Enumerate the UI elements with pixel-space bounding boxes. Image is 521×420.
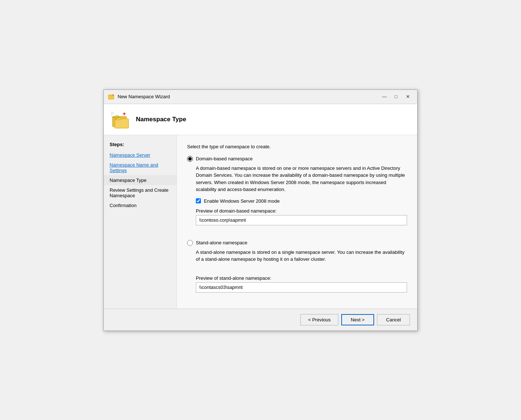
enable-2008-mode-row: Enable Windows Server 2008 mode [196, 198, 407, 204]
standalone-option-group: Stand-alone namespace A stand-alone name… [187, 240, 407, 293]
previous-button[interactable]: < Previous [300, 314, 338, 325]
instruction-text: Select the type of namespace to create. [187, 144, 407, 149]
standalone-spacer [187, 268, 407, 275]
window-title: New Namespace Wizard [118, 94, 170, 99]
title-bar-left: ✦ New Namespace Wizard [108, 93, 170, 100]
sidebar-item-review-settings[interactable]: Review Settings and Create Namespace [104, 185, 176, 201]
title-bar-controls: — □ ✕ [379, 93, 413, 101]
standalone-description: A stand-alone namespace is stored on a s… [196, 249, 407, 263]
sidebar-item-confirmation[interactable]: Confirmation [104, 201, 176, 210]
close-button[interactable]: ✕ [403, 93, 413, 101]
main-content: Select the type of namespace to create. … [177, 135, 417, 309]
page-title: Namespace Type [136, 116, 186, 123]
wizard-icon: ✦ [111, 110, 130, 129]
minimize-button[interactable]: — [379, 93, 389, 101]
domain-option-group: Domain-based namespace A domain-based na… [187, 156, 407, 225]
standalone-radio[interactable] [187, 240, 193, 246]
domain-preview-input [196, 215, 407, 225]
standalone-radio-label[interactable]: Stand-alone namespace [196, 240, 247, 245]
title-bar: ✦ New Namespace Wizard — □ ✕ [104, 90, 417, 104]
sidebar: Steps: Namespace Server Namespace Name a… [104, 135, 177, 309]
domain-radio-row: Domain-based namespace [187, 156, 407, 162]
sidebar-item-namespace-name[interactable]: Namespace Name and Settings [104, 160, 176, 175]
enable-2008-label[interactable]: Enable Windows Server 2008 mode [204, 198, 279, 204]
header-area: ✦ Namespace Type [104, 104, 417, 135]
footer: < Previous Next > Cancel [104, 309, 417, 331]
wizard-window: ✦ New Namespace Wizard — □ ✕ ✦ [103, 89, 418, 331]
domain-preview-label: Preview of domain-based namespace: [196, 208, 407, 214]
svg-rect-3 [115, 119, 129, 128]
title-bar-icon: ✦ [108, 93, 115, 100]
next-button[interactable]: Next > [341, 314, 374, 325]
enable-2008-checkbox[interactable] [196, 198, 201, 203]
sidebar-item-namespace-type[interactable]: Namespace Type [104, 175, 176, 185]
domain-radio[interactable] [187, 156, 193, 162]
sidebar-item-namespace-server[interactable]: Namespace Server [104, 150, 176, 160]
maximize-button[interactable]: □ [391, 93, 401, 101]
svg-text:✦: ✦ [122, 111, 126, 117]
content-area: Steps: Namespace Server Namespace Name a… [104, 135, 417, 309]
domain-radio-label[interactable]: Domain-based namespace [196, 156, 252, 161]
svg-text:✦: ✦ [112, 93, 114, 97]
steps-label: Steps: [104, 140, 176, 150]
standalone-radio-row: Stand-alone namespace [187, 240, 407, 246]
cancel-button[interactable]: Cancel [377, 314, 410, 325]
standalone-preview-label: Preview of stand-alone namespace: [196, 275, 407, 281]
domain-description: A domain-based namespace is stored on on… [196, 165, 407, 193]
section-divider [187, 233, 407, 240]
standalone-preview-input [196, 282, 407, 293]
